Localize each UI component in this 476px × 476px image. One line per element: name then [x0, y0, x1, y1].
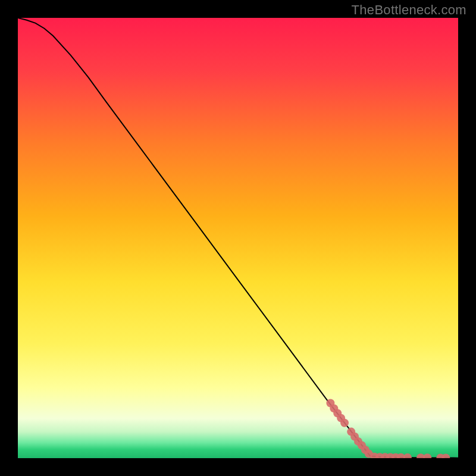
- chart-plot: [18, 18, 458, 458]
- chart-background-gradient: [18, 18, 458, 458]
- chart-frame: TheBottleneck.com: [0, 0, 476, 476]
- scatter-dot: [340, 419, 349, 427]
- watermark-text: TheBottleneck.com: [352, 2, 466, 18]
